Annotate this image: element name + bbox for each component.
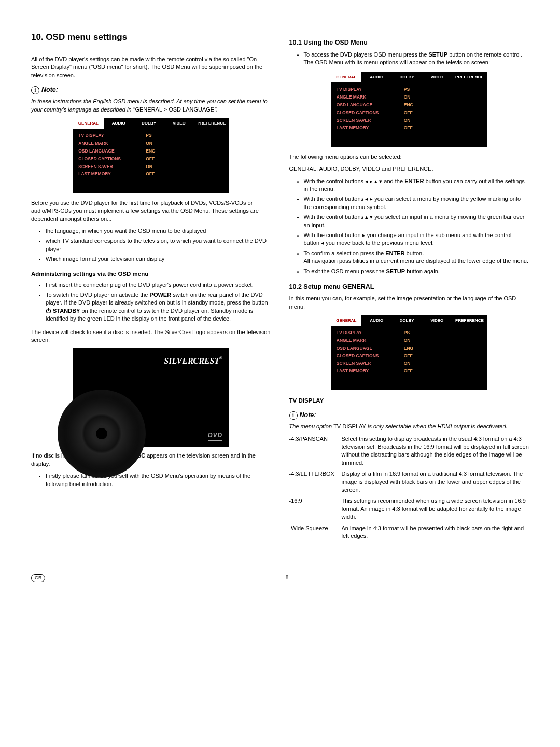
note-label: Note: — [41, 86, 58, 95]
arrow-left-icon: ◂ — [365, 196, 368, 202]
list-item: Which image format your television can d… — [46, 255, 271, 263]
def-term: -16:9 — [289, 497, 339, 521]
osd-tab-dolby: DOLBY — [134, 118, 164, 129]
osd-tabs: GENERAL AUDIO DOLBY VIDEO PREFERENCE — [73, 118, 229, 129]
osd-menu-1: GENERAL AUDIO DOLBY VIDEO PREFERENCE TV … — [73, 118, 229, 193]
list-item: Firstly please familiarize yourself with… — [46, 472, 271, 488]
footer-gb-badge: GB — [31, 574, 45, 582]
def-desc: This setting is recommended when using a… — [342, 497, 529, 521]
list-item: To exit the OSD menu press the SETUP but… — [304, 268, 529, 275]
following-text-2: GENERAL, AUDIO, DOLBY, VIDEO and PREFERE… — [289, 165, 529, 173]
dvd-logo: DVD — [208, 431, 222, 442]
osd-tab-general: GENERAL — [73, 118, 103, 129]
list-item: With the control button ▸ you change an … — [304, 231, 529, 247]
following-text: The following menu options can be select… — [289, 153, 529, 161]
list-item: To access the DVD players OSD menu press… — [304, 51, 529, 67]
def-row: -4:3/PANSCAN Select this setting to disp… — [289, 435, 529, 467]
disc-graphic — [58, 390, 146, 478]
def-row: -Wide Squeeze An image in 4:3 format wil… — [289, 524, 529, 541]
page-footer: GB - 8 - — [31, 574, 529, 582]
list-item: With the control buttons ▴ ▾ you select … — [304, 213, 529, 229]
rule — [31, 46, 271, 46]
admin-heading: Administering settings via the OSD menu — [31, 270, 271, 278]
osd-table: TV DISPLAYPS ANGLE MARKON OSD LANGUAGEEN… — [78, 132, 155, 178]
def-desc: Display of a film in 16:9 format on a tr… — [342, 470, 529, 494]
device-check-text: The device will check to see if a disc i… — [31, 328, 271, 344]
list-item: To switch the DVD player on activate the… — [46, 291, 271, 323]
s101-bullets: With the control buttons ◂ ▸ ▴ ▾ and the… — [289, 177, 529, 275]
def-desc: An image in 4:3 format will be presented… — [342, 524, 529, 541]
def-term: -4:3/LETTERBOX — [289, 470, 339, 494]
intro-paragraph: All of the DVD player's settings can be … — [31, 56, 271, 79]
before-text: Before you use the DVD player for the fi… — [31, 199, 271, 223]
splash-screen: SILVERCREST® DVD — [73, 348, 229, 447]
arrow-left-icon: ◂ — [365, 178, 368, 184]
osd-tab-preference: PREFERENCE — [194, 118, 229, 129]
page-number: - 8 - — [283, 574, 292, 582]
def-row: -4:3/LETTERBOX Display of a film in 16:9… — [289, 470, 529, 494]
def-term: -4:3/PANSCAN — [289, 435, 339, 467]
section-102-heading: 10.2 Setup menu GENERAL — [289, 283, 529, 292]
osd-body: TV DISPLAYPS ANGLE MARKON OSD LANGUAGEEN… — [73, 129, 229, 192]
list-item: With the control buttons ◂ ▸ you can sel… — [304, 195, 529, 211]
arrow-up-icon: ▴ — [365, 214, 368, 220]
tvdisplay-heading: TV DISPLAY — [289, 396, 529, 405]
osd-tab-audio: AUDIO — [104, 118, 134, 129]
info-icon: i — [31, 86, 39, 94]
first-list: Firstly please familiarize yourself with… — [31, 472, 271, 488]
definitions: -4:3/PANSCAN Select this setting to disp… — [289, 435, 529, 541]
standby-icon: ⏻ — [46, 308, 51, 314]
arrow-up-icon: ▴ — [374, 178, 377, 184]
before-list: the language, in which you want the OSD … — [31, 227, 271, 264]
def-term: -Wide Squeeze — [289, 524, 339, 541]
list-item: With the control buttons ◂ ▸ ▴ ▾ and the… — [304, 177, 529, 193]
note-label: Note: — [300, 411, 316, 420]
arrow-right-icon: ▸ — [370, 178, 373, 184]
note2-text: The menu option TV DISPLAY is only selec… — [289, 423, 529, 431]
note-heading-2: i Note: — [289, 411, 529, 420]
list-item: the language, in which you want the OSD … — [46, 227, 271, 235]
def-desc: Select this setting to display broadcast… — [342, 435, 529, 467]
info-icon: i — [289, 411, 298, 420]
osd-menu-2: GENERAL AUDIO DOLBY VIDEO PREFERENCE TV … — [331, 72, 487, 147]
section-101-heading: 10.1 Using the OSD Menu — [289, 38, 529, 48]
note-heading: i Note: — [31, 86, 271, 95]
s101-list: To access the DVD players OSD menu press… — [289, 51, 529, 67]
note-text: In these instructions the English OSD me… — [31, 98, 271, 114]
list-item: which TV standard corresponds to the tel… — [46, 237, 271, 253]
osd-tab-video: VIDEO — [164, 118, 194, 129]
brand-logo: SILVERCREST® — [164, 355, 222, 367]
list-item: First insert the connector plug of the D… — [46, 281, 271, 289]
def-row: -16:9 This setting is recommended when u… — [289, 497, 529, 521]
osd-menu-3: GENERAL AUDIO DOLBY VIDEO PREFERENCE TV … — [331, 315, 487, 390]
page-title: 10. OSD menu settings — [31, 31, 271, 44]
list-item: To confirm a selection press the ENTER b… — [304, 250, 529, 266]
s102-intro: In this menu you can, for example, set t… — [289, 295, 529, 311]
admin-list: First insert the connector plug of the D… — [31, 281, 271, 323]
